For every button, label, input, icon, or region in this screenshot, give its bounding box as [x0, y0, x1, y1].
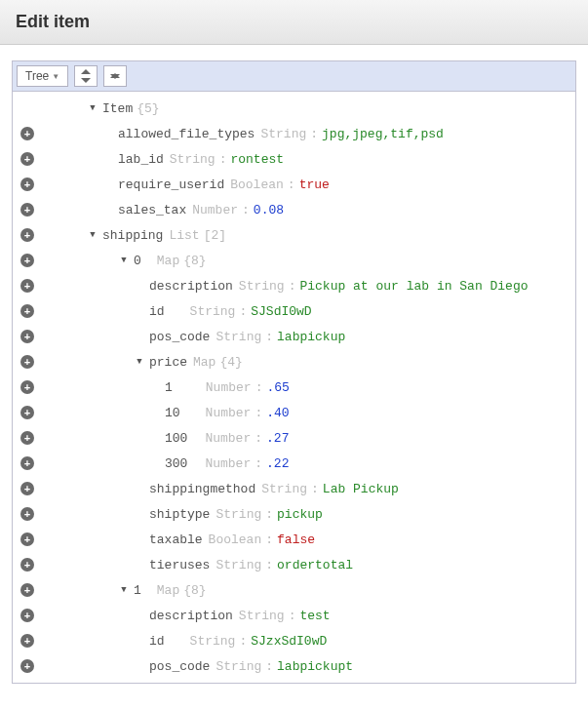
- toolbar: Tree ▼: [13, 61, 575, 92]
- add-icon[interactable]: +: [20, 355, 34, 369]
- node-value: .22: [266, 456, 289, 471]
- node-type: Number: [205, 431, 251, 446]
- tree-node-id[interactable]: + id String : SJSdI0wD: [13, 298, 575, 324]
- tree-node-shipping-0[interactable]: + ▼ 0 Map {8}: [13, 248, 575, 273]
- node-type: String: [261, 482, 307, 496]
- tree-node-shipping-1[interactable]: + ▼ 1 Map {8}: [13, 577, 575, 603]
- node-value: SJSdI0wD: [251, 304, 311, 319]
- node-type: String: [216, 558, 261, 572]
- add-icon[interactable]: +: [20, 659, 34, 673]
- node-type: String: [170, 152, 216, 167]
- tree-node-price-10[interactable]: + 10 Number : .40: [13, 400, 575, 425]
- tree-node-pos-code[interactable]: + pos_code String : labpickup: [13, 324, 575, 349]
- node-type: Number: [192, 203, 238, 217]
- tree-node-shipping[interactable]: + ▼ shipping List [2]: [13, 222, 575, 248]
- add-icon[interactable]: +: [20, 482, 34, 495]
- node-key: 100: [165, 431, 187, 446]
- node-type: String: [216, 330, 261, 344]
- node-key: description: [149, 609, 233, 623]
- node-value: .27: [266, 431, 289, 446]
- view-mode-button[interactable]: Tree ▼: [17, 65, 68, 87]
- node-value: Lab Pickup: [323, 482, 399, 496]
- add-icon[interactable]: +: [20, 380, 34, 394]
- tree-node-price-100[interactable]: + 100 Number : .27: [13, 425, 575, 451]
- tree-node-price-300[interactable]: + 300 Number : .22: [13, 451, 575, 476]
- view-mode-label: Tree: [25, 69, 49, 83]
- node-key: id: [149, 304, 165, 319]
- add-icon[interactable]: +: [20, 254, 34, 267]
- toggle-icon[interactable]: ▼: [87, 103, 98, 113]
- tree-node-description[interactable]: + description String : Pickup at our lab…: [13, 273, 575, 298]
- node-value: jpg,jpeg,tif,psd: [322, 127, 444, 141]
- header: Edit item: [0, 0, 588, 45]
- tree-node-tieruses[interactable]: + tieruses String : ordertotal: [13, 552, 575, 577]
- node-key: id: [149, 634, 165, 649]
- node-value: Pickup at our lab in San Diego: [299, 279, 528, 294]
- node-value: true: [299, 178, 330, 192]
- add-icon[interactable]: +: [20, 406, 34, 419]
- node-key: tieruses: [149, 558, 210, 572]
- tree-node-pos-code-1[interactable]: + pos_code String : labpickupt: [13, 653, 575, 679]
- tree-node-require-userid[interactable]: + require_userid Boolean : true: [13, 172, 575, 197]
- node-key: lab_id: [118, 152, 164, 167]
- add-icon[interactable]: +: [20, 583, 34, 597]
- tree-node-root[interactable]: ▼ Item {5}: [13, 96, 575, 121]
- tree-node-shippingmethod[interactable]: + shippingmethod String : Lab Pickup: [13, 476, 575, 501]
- node-type: String: [216, 659, 261, 674]
- add-icon[interactable]: +: [20, 178, 34, 191]
- add-icon[interactable]: +: [20, 279, 34, 293]
- expand-all-button[interactable]: [74, 65, 98, 87]
- node-key: description: [149, 279, 233, 294]
- toggle-icon[interactable]: ▼: [118, 585, 130, 595]
- node-type: Number: [206, 380, 252, 395]
- node-key: sales_tax: [118, 203, 186, 217]
- toggle-icon[interactable]: ▼: [118, 256, 130, 265]
- node-type: Map: [157, 583, 179, 598]
- add-icon[interactable]: +: [20, 558, 34, 572]
- add-icon[interactable]: +: [20, 304, 34, 318]
- tree-node-taxable[interactable]: + taxable Boolean : false: [13, 527, 575, 552]
- tree-node-lab-id[interactable]: + lab_id String : rontest: [13, 146, 575, 172]
- node-value: false: [277, 532, 315, 547]
- add-icon[interactable]: +: [20, 127, 34, 140]
- tree-node-description-1[interactable]: + description String : test: [13, 603, 575, 628]
- add-icon[interactable]: +: [20, 330, 34, 343]
- chevron-down-icon: ▼: [52, 72, 59, 81]
- tree-node-price[interactable]: + ▼ price Map {4}: [13, 349, 575, 375]
- node-type: Number: [206, 406, 252, 420]
- add-icon[interactable]: +: [20, 228, 34, 242]
- json-tree: ▼ Item {5} + allowed_file_types String :…: [13, 92, 575, 683]
- add-icon[interactable]: +: [20, 634, 34, 648]
- page-title: Edit item: [16, 12, 572, 32]
- node-type: Boolean: [230, 178, 284, 192]
- toggle-icon[interactable]: ▼: [134, 357, 145, 367]
- add-icon[interactable]: +: [20, 456, 34, 470]
- node-type: String: [260, 127, 306, 141]
- node-value: SJzxSdI0wD: [251, 634, 327, 649]
- node-type: List: [169, 228, 199, 243]
- toggle-icon[interactable]: ▼: [87, 230, 98, 240]
- node-value: labpickup: [277, 330, 345, 344]
- tree-node-id-1[interactable]: + id String : SJzxSdI0wD: [13, 628, 575, 653]
- tree-node-price-1[interactable]: + 1 Number : .65: [13, 375, 575, 400]
- add-icon[interactable]: +: [20, 431, 34, 445]
- node-value: labpickupt: [277, 659, 353, 674]
- node-value: test: [299, 609, 330, 623]
- tree-node-sales-tax[interactable]: + sales_tax Number : 0.08: [13, 197, 575, 222]
- add-icon[interactable]: +: [20, 203, 34, 217]
- node-key: 10: [165, 406, 180, 420]
- collapse-icon: [110, 70, 120, 82]
- add-icon[interactable]: +: [20, 532, 34, 546]
- collapse-all-button[interactable]: [103, 65, 127, 87]
- tree-node-allowed-file-types[interactable]: + allowed_file_types String : jpg,jpeg,t…: [13, 121, 575, 146]
- add-icon[interactable]: +: [20, 609, 34, 622]
- node-key: price: [149, 355, 187, 370]
- tree-node-shiptype[interactable]: + shiptype String : pickup: [13, 501, 575, 527]
- add-icon[interactable]: +: [20, 152, 34, 166]
- add-icon[interactable]: +: [20, 507, 34, 521]
- node-type: Number: [205, 456, 251, 471]
- node-value: 0.08: [254, 203, 284, 217]
- node-type: String: [239, 609, 285, 623]
- node-value: .65: [266, 380, 289, 395]
- node-value: .40: [266, 406, 289, 420]
